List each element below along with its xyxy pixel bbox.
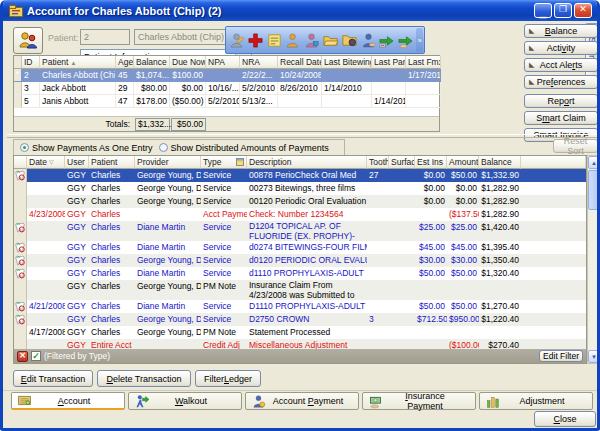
- patient-gift-icon[interactable]: [302, 28, 321, 52]
- family-grid-header-cell[interactable]: NPA: [206, 56, 240, 69]
- ledger-cell-type: Service: [201, 241, 247, 254]
- preferences-button[interactable]: ◣Preferences: [524, 75, 598, 89]
- ledger-row[interactable]: GGYCharlesGeorge Young, DDSServiceD2750 …: [14, 313, 586, 326]
- ledger-row[interactable]: GGYCharlesGeorge Young, DDSServiced0120 …: [14, 254, 586, 267]
- send-payment-icon[interactable]: [396, 28, 415, 52]
- tab-adjustment[interactable]: Adjustment: [479, 392, 593, 410]
- note-icon[interactable]: [265, 28, 284, 52]
- ledger-row[interactable]: GGYCharlesDiane MartinServiced1110 PROPH…: [14, 267, 586, 280]
- family-grid-header-cell[interactable]: Recall Date: [278, 56, 322, 69]
- ledger-row[interactable]: GGYCharlesDiane MartinServiceD1204 TOPIC…: [14, 221, 586, 241]
- tab-walkout[interactable]: Walkout: [128, 392, 242, 410]
- ledger-cell-user: GGY: [65, 326, 89, 339]
- ledger-cell-patient: Charles: [89, 221, 135, 241]
- toolbar-overflow-icon[interactable]: »: [416, 28, 423, 52]
- icon-column-header[interactable]: [14, 156, 27, 169]
- edit-transaction-button[interactable]: Edit Transaction: [13, 370, 93, 387]
- pin-arrow-icon: ◣: [529, 27, 534, 34]
- activity-button[interactable]: ◣Activity: [524, 41, 598, 55]
- date-column-header[interactable]: Date▽: [27, 156, 65, 169]
- acct-alerts-button[interactable]: ◣Acct Alerts: [524, 58, 598, 72]
- type-column-header[interactable]: Type: [201, 156, 247, 169]
- filter-ledger-button[interactable]: Filter Ledger: [195, 370, 261, 387]
- ledger-row[interactable]: GGYCharlesDiane MartinServiced0274 BITEW…: [14, 241, 586, 254]
- radio-one-entry[interactable]: Show Payments As One Entry: [20, 143, 153, 153]
- ledger-row[interactable]: GGYCharlesGeorge Young, DDSService00273 …: [14, 182, 586, 195]
- scroll-up-icon[interactable]: ▲: [588, 156, 600, 169]
- ledger-cell-balance: $1,282.90: [479, 195, 521, 208]
- filter-checkbox[interactable]: ✓: [31, 351, 41, 361]
- family-grid-row[interactable]: *2Charles Abbott (Chip)45$1,074...$100.0…: [14, 69, 439, 82]
- description-column-header[interactable]: Description: [247, 156, 367, 169]
- ledger-row[interactable]: GGYCharlesGeorge Young, DDSService00878 …: [14, 169, 586, 182]
- ledger-cell-date: [27, 241, 65, 254]
- family-grid-header-cell[interactable]: Due Now: [170, 56, 206, 69]
- radio-distributed[interactable]: Show Distributed Amounts of Payments: [159, 143, 329, 153]
- family-grid-header-cell[interactable]: Patient▲: [40, 56, 116, 69]
- ledger-row[interactable]: GGYCharlesGeorge Young, DDSPM NoteInsura…: [14, 280, 586, 300]
- tab-insurance-payment[interactable]: Insurance Payment: [362, 392, 476, 410]
- patient-id-field[interactable]: 2: [80, 29, 130, 45]
- documents-icon[interactable]: [340, 28, 359, 52]
- ledger-cell-est-ins: [415, 280, 447, 300]
- scrollbar-thumb[interactable]: [588, 170, 600, 210]
- panel-splitter[interactable]: [7, 134, 597, 138]
- ledger-cell-user: GGY: [65, 241, 89, 254]
- patient-column-header[interactable]: Patient: [89, 156, 135, 169]
- maximize-button[interactable]: ❐: [554, 3, 572, 18]
- ledger-cell-surface: [389, 221, 415, 241]
- family-grid-header-cell[interactable]: Last Fmx: [406, 56, 441, 69]
- smart-claim-button[interactable]: Smart Claim: [524, 111, 598, 125]
- tab-account-payment[interactable]: Account Payment: [245, 392, 359, 410]
- insurance-payment-icon: [368, 394, 383, 409]
- family-grid-header-cell[interactable]: Age: [116, 56, 134, 69]
- edit-patient-icon[interactable]: [227, 28, 246, 52]
- ledger-row[interactable]: 4/21/2008GGYCharlesDiane MartinServiceD1…: [14, 300, 586, 313]
- open-chart-icon[interactable]: [321, 28, 340, 52]
- family-button[interactable]: [13, 27, 43, 54]
- ledger-cell-provider: George Young, DDS: [135, 195, 201, 208]
- user-column-header[interactable]: User: [65, 156, 89, 169]
- family-grid-row[interactable]: 3Jack Abbott29$80.00$0.0010/16/...5/2/20…: [14, 82, 439, 95]
- ledger-cell-surface: [389, 208, 415, 221]
- amount-column-header[interactable]: Amount: [447, 156, 479, 169]
- provider-column-header[interactable]: Provider: [135, 156, 201, 169]
- minimize-button[interactable]: ▁: [534, 3, 552, 18]
- delete-transaction-button[interactable]: Delete Transaction: [97, 370, 191, 387]
- tooth-column-header[interactable]: Tooth: [367, 156, 389, 169]
- reset-sort-button[interactable]: Reset Sort: [553, 139, 598, 153]
- family-grid-header-cell[interactable]: NRA: [240, 56, 278, 69]
- close-window-button[interactable]: ✕: [574, 3, 592, 18]
- patient-info-icon[interactable]: [283, 28, 302, 52]
- send-claim-icon[interactable]: [378, 28, 397, 52]
- ledger-row[interactable]: GGYCharlesGeorge Young, DDSService00120 …: [14, 195, 586, 208]
- tooth-procedure-icon: [15, 268, 25, 279]
- ledger-cell-provider: George Young, DDS: [135, 280, 201, 300]
- add-medical-icon[interactable]: [246, 28, 265, 52]
- surface-column-header[interactable]: Surface: [389, 156, 415, 169]
- ledger-cell-est-ins: [415, 326, 447, 339]
- ledger-cell-user: GGY: [65, 300, 89, 313]
- filter-icon: [236, 158, 244, 166]
- est-ins-column-header[interactable]: Est Ins: [415, 156, 447, 169]
- report-button[interactable]: Report: [524, 94, 598, 108]
- ledger-row[interactable]: 4/23/2008GGYCharlesAcct PaymentCheck: Nu…: [14, 208, 586, 221]
- ledger-scrollbar[interactable]: ▲ ▼: [587, 155, 600, 364]
- title-bar[interactable]: Account for Charles Abbott (Chip) (2) ▁ …: [3, 0, 597, 21]
- remove-filter-icon[interactable]: ✕: [17, 351, 28, 362]
- family-grid-header-cell[interactable]: ID: [22, 56, 40, 69]
- scroll-down-icon[interactable]: ▼: [588, 350, 600, 363]
- ledger-cell-balance: $1,270.40: [479, 300, 521, 313]
- balance-button[interactable]: ◣Balance: [524, 24, 598, 38]
- family-grid-row[interactable]: 5Janis Abbott47$178.00($50.00)5/2/20105/…: [14, 95, 439, 108]
- family-grid-header-cell[interactable]: Last Pano: [372, 56, 406, 69]
- tab-account[interactable]: Account: [11, 392, 125, 410]
- ledger-row[interactable]: 4/17/2008GGYCharlesGeorge Young, DDSPM N…: [14, 326, 586, 339]
- close-button[interactable]: Close: [534, 411, 596, 427]
- edit-filter-button[interactable]: Edit Filter: [539, 350, 583, 362]
- balance-column-header[interactable]: Balance: [479, 156, 521, 169]
- patient-hand-icon[interactable]: [359, 28, 378, 52]
- family-grid-header-cell[interactable]: Balance: [134, 56, 170, 69]
- family-grid-header-cell[interactable]: Last Bitewing: [322, 56, 372, 69]
- ledger-cell-patient: Charles: [89, 300, 135, 313]
